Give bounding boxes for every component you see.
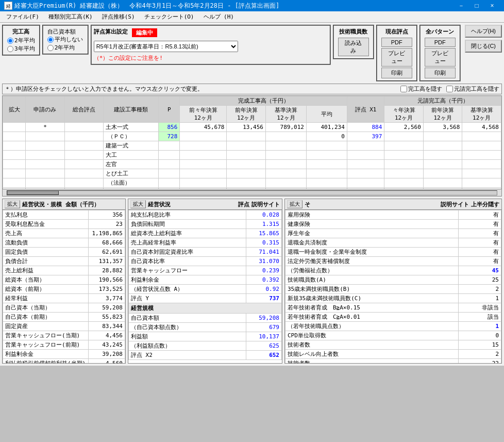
left-expand-button[interactable]: 拡大 bbox=[5, 200, 20, 208]
middle-panel-row: 評点 X2 652 bbox=[129, 351, 282, 360]
current-points-box: 現在評点 PDF プレビュー 印刷 bbox=[376, 25, 417, 81]
menu-check[interactable]: チェックシート(O) bbox=[140, 12, 198, 22]
col-header-mo-kijun: 基準決算12ヶ月 bbox=[462, 106, 501, 123]
menu-type[interactable]: 種類別完工高(K) bbox=[44, 12, 97, 22]
middle-panel-row: 総資本売上総利益率 15.865 bbox=[129, 229, 282, 238]
current-preview-button[interactable]: プレビュー bbox=[381, 48, 412, 67]
jiko-shihon-box: 自己資本額 平均しない 2年平均 bbox=[42, 25, 89, 55]
kanko-3year[interactable]: 3年平均 bbox=[7, 45, 35, 53]
left-panel-row: 負債合計 131,357 bbox=[3, 257, 125, 266]
main-table-row: （法面） bbox=[3, 178, 501, 188]
all-pdf-button[interactable]: PDF bbox=[425, 38, 456, 47]
right-panel-row: 技能レベル向上者数 2 bbox=[285, 350, 501, 359]
current-print-button[interactable]: 印刷 bbox=[381, 68, 412, 78]
right-panel-row: 厚生年金 有 bbox=[285, 229, 501, 238]
middle-panel-table: 純支払利息比率 0.028 負債回転期間 1.315 総資本売上総利益率 15.… bbox=[128, 210, 282, 360]
right-expand-button[interactable]: 拡大 bbox=[287, 200, 303, 208]
right-panel-row: 健康保険 有 bbox=[285, 220, 501, 229]
left-panel-row: 利益剰余金 39,208 bbox=[3, 350, 125, 359]
middle-panel-row: 経営規模 bbox=[129, 303, 282, 314]
middle-panel-row: 純支払利息比率 0.028 bbox=[129, 210, 282, 220]
middle-panel: 拡大 経営状況 評点 説明サイト 純支払利息比率 0.028 負債回転期間 1.… bbox=[128, 199, 282, 364]
left-panel: 拡大 経営状況・規模 金額（千円） 支払利息 356 受取利息配当金 23 売上… bbox=[2, 199, 126, 364]
scrollbar-thumb[interactable] bbox=[7, 191, 59, 195]
left-panel-row: 固定資産 83,344 bbox=[3, 322, 125, 331]
col-header-motouri: 元請完工高（千円） bbox=[384, 96, 501, 106]
horizontal-scrollbar[interactable] bbox=[3, 189, 501, 196]
right-panel-row: 雇用保険 有 bbox=[285, 210, 501, 220]
tech-count-title: 技術職員数 bbox=[338, 28, 369, 36]
right-panel: 拡大 そ 説明サイト 上半分隠す 雇用保険 有 健康保険 有 厚生年金 有 退職… bbox=[284, 199, 502, 364]
close-window-button[interactable]: × bbox=[484, 0, 500, 11]
minimize-button[interactable]: － bbox=[453, 0, 469, 11]
settings-warning: （*）この設定にご注意を! bbox=[94, 54, 328, 62]
col-header-zenzenen: 前々年決算12ヶ月 bbox=[180, 106, 227, 123]
main-table: 拡大 申請のみ 総合評点 建設工事種類 P 完成工事高（千円） 評点 X1 元請… bbox=[3, 96, 501, 189]
right-panel-row: CPD単位取得数 0 bbox=[285, 331, 501, 340]
left-panel-row: 売上総利益 28,882 bbox=[3, 266, 125, 275]
hide-motouri-checkbox[interactable]: 元請完工高を隠す bbox=[446, 85, 499, 93]
help-button[interactable]: ヘルプ(H) bbox=[465, 25, 502, 38]
main-table-row: 大工 bbox=[3, 151, 501, 160]
middle-panel-row: 自己資本額 59,208 bbox=[129, 314, 282, 323]
main-table-row: （ＰＣ） 728 0 397 bbox=[3, 132, 501, 141]
menu-help[interactable]: ヘルプ (H) bbox=[199, 12, 239, 22]
all-preview-button[interactable]: プレビュー bbox=[425, 48, 456, 67]
menu-file[interactable]: ファイル(F) bbox=[2, 12, 43, 22]
settings-title: 評点算出設定 bbox=[94, 28, 128, 36]
menu-bar: ファイル(F) 種類別完工高(K) 評点推移(S) チェックシート(O) ヘルプ… bbox=[0, 11, 504, 23]
col-header-heikin: 平均 bbox=[306, 106, 347, 123]
col-header-kenchiku: 建設工事種類 bbox=[104, 96, 159, 123]
left-panel-row: 支払利息 356 bbox=[3, 210, 125, 220]
current-pdf-button[interactable]: PDF bbox=[381, 38, 412, 47]
middle-panel-row: 自己資本対固定資産比率 71.041 bbox=[129, 248, 282, 257]
right-panel-header: 拡大 そ 説明サイト 上半分隠す bbox=[285, 199, 501, 210]
right-panel-row: 技術職員数(A) 25 bbox=[285, 275, 501, 285]
notice-bar: ＊）申請区分をチェックしないと入力できません。マウス左クリックで変更。 完工高を… bbox=[2, 84, 502, 94]
scrollbar-track[interactable] bbox=[7, 190, 497, 195]
jiko-2year[interactable]: 2年平均 bbox=[47, 44, 83, 52]
main-table-area: 拡大 申請のみ 総合評点 建設工事種類 P 完成工事高（千円） 評点 X1 元請… bbox=[2, 95, 502, 197]
left-panel-row: 自己資本（前期） 55,823 bbox=[3, 313, 125, 322]
right-panel-row: 若年技術者育成 B≧A×0.15 非該当 bbox=[285, 303, 501, 313]
middle-panel-row: 利益剰余金 0.392 bbox=[129, 275, 282, 285]
middle-panel-row: （経営状況点数 A） 0.92 bbox=[129, 285, 282, 294]
middle-panel-row: 負債回転期間 1.315 bbox=[129, 220, 282, 229]
middle-panel-row: （利益額点数） 625 bbox=[129, 341, 282, 351]
right-panel-row: 新規35歳未満技術職員数(C) 1 bbox=[285, 294, 501, 303]
middle-panel-row: 利益額 10,137 bbox=[129, 332, 282, 341]
col-header-mo-zenzenen: 々年決算12ヶ月 bbox=[384, 106, 424, 123]
hide-kanko-checkbox[interactable]: 完工高を隠す bbox=[400, 85, 442, 93]
close-button[interactable]: 閉じる(C) bbox=[465, 40, 502, 53]
right-panel-row: 35歳未満技術職員数(B) 2 bbox=[285, 285, 501, 294]
main-table-row: 左官 bbox=[3, 160, 501, 169]
menu-score[interactable]: 評点推移(S) bbox=[98, 12, 139, 22]
read-in-button[interactable]: 読み込み bbox=[338, 38, 369, 56]
right-panel-row: 若年技術者育成 C≧A×0.01 該当 bbox=[285, 313, 501, 322]
left-panel-row: 流動負債 68,666 bbox=[3, 238, 125, 248]
left-panel-row: 総資本（前期） 173,525 bbox=[3, 285, 125, 294]
right-panel-row: （労働福祉点数） 45 bbox=[285, 266, 501, 275]
middle-expand-button[interactable]: 拡大 bbox=[130, 200, 146, 208]
bottom-panels: 拡大 経営状況・規模 金額（千円） 支払利息 356 受取利息配当金 23 売上… bbox=[2, 199, 502, 364]
maximize-button[interactable]: □ bbox=[469, 0, 484, 11]
col-header-expand: 拡大 bbox=[3, 96, 26, 123]
settings-select[interactable]: R5年1月改正(審査基準日：R5.8.13以前) bbox=[94, 41, 238, 52]
right-panel-row: （若年技術職員点数） 1 bbox=[285, 322, 501, 331]
notice-text: ＊）申請区分をチェックしないと入力できません。マウス左クリックで変更。 bbox=[5, 85, 203, 93]
col-header-hyoten-x1: 評点 X1 bbox=[347, 96, 384, 123]
jiko-no-average[interactable]: 平均しない bbox=[47, 36, 83, 43]
right-panel-table: 雇用保険 有 健康保険 有 厚生年金 有 退職金共済制度 有 退職一時金制度・企… bbox=[285, 210, 501, 364]
col-header-zennendo: 前年決算12ヶ月 bbox=[227, 106, 266, 123]
left-panel-row: 自己資本（当期） 59,208 bbox=[3, 303, 125, 313]
jiko-title: 自己資本額 bbox=[47, 28, 83, 36]
left-panel-row: 経常利益 3,774 bbox=[3, 294, 125, 303]
editing-badge: 編集中 bbox=[132, 28, 157, 37]
col-header-mo-zennendo: 前年決算12ヶ月 bbox=[423, 106, 462, 123]
all-print-button[interactable]: 印刷 bbox=[425, 68, 456, 78]
settings-box: 評点算出設定 編集中 R5年1月改正(審査基準日：R5.8.13以前) （*）こ… bbox=[91, 25, 331, 65]
all-pattern-title: 全パターン bbox=[425, 28, 456, 36]
col-header-p: P bbox=[159, 96, 180, 123]
right-panel-row: 技術者数 15 bbox=[285, 340, 501, 350]
kanko-2year[interactable]: 2年平均 bbox=[7, 37, 35, 44]
